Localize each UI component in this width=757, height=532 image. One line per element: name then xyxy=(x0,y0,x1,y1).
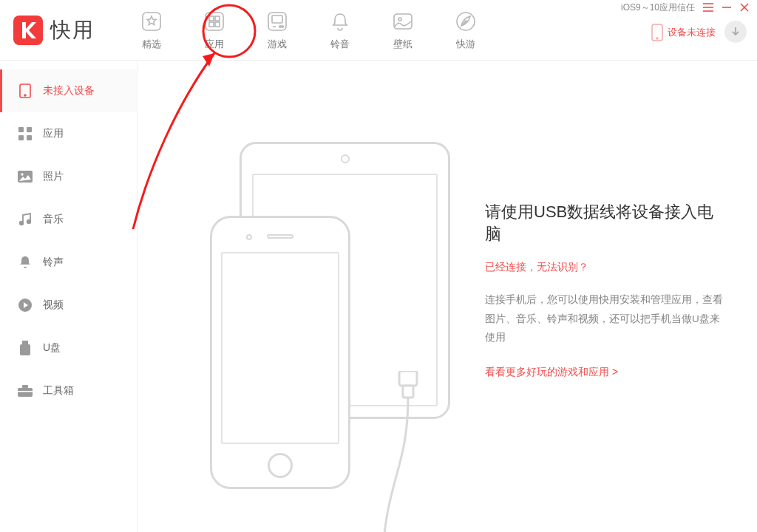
svg-rect-7 xyxy=(206,13,223,30)
svg-rect-10 xyxy=(209,22,214,27)
toolbox-icon xyxy=(18,383,33,398)
refresh-button[interactable] xyxy=(724,21,747,43)
sidebar-item-label: 工具箱 xyxy=(43,384,74,398)
sidebar-item-apps[interactable]: 应用 xyxy=(0,112,137,155)
main-headline: 请使用USB数据线将设备接入电脑 xyxy=(485,201,727,245)
svg-rect-13 xyxy=(272,16,282,23)
svg-point-31 xyxy=(20,222,24,225)
svg-rect-28 xyxy=(27,135,32,140)
apps-grid-icon xyxy=(203,10,226,33)
nav-quickplay[interactable]: 快游 xyxy=(434,10,497,51)
app-logo: 快用 xyxy=(13,16,95,45)
sidebar-item-label: 未接入设备 xyxy=(43,84,95,98)
gamepad-icon xyxy=(265,10,289,33)
app-name: 快用 xyxy=(50,16,95,44)
sidebar-item-photos[interactable]: 照片 xyxy=(0,155,137,198)
nav-ringtones[interactable]: 铃音 xyxy=(308,10,371,51)
svg-point-30 xyxy=(21,173,23,175)
sidebar-item-label: 视频 xyxy=(43,299,64,312)
logo-mark-icon xyxy=(13,16,43,45)
download-arrow-icon xyxy=(730,26,741,38)
music-note-icon xyxy=(18,212,33,227)
svg-rect-37 xyxy=(22,385,28,388)
top-nav: 精选 应用 游戏 xyxy=(120,10,497,51)
bell-icon xyxy=(328,10,352,33)
main-pane: 请使用USB数据线将设备接入电脑 已经连接，无法识别？ 连接手机后，您可以使用快… xyxy=(138,61,757,532)
image-icon xyxy=(391,10,415,33)
bell-small-icon xyxy=(18,255,33,270)
troubleshoot-link[interactable]: 已经连接，无法识别？ xyxy=(485,261,588,274)
photo-icon xyxy=(18,169,33,184)
svg-rect-8 xyxy=(209,16,214,21)
sidebar-item-label: 应用 xyxy=(43,127,64,140)
sidebar-item-music[interactable]: 音乐 xyxy=(0,198,137,241)
sidebar-item-label: 照片 xyxy=(43,170,64,183)
sidebar: 未接入设备 应用 照片 音乐 铃声 xyxy=(0,61,138,532)
svg-point-18 xyxy=(398,18,401,21)
nav-wallpaper[interactable]: 壁纸 xyxy=(371,10,434,51)
grid-icon xyxy=(18,126,33,141)
svg-point-21 xyxy=(656,38,658,39)
more-apps-link[interactable]: 看看更多好玩的游戏和应用 > xyxy=(485,366,618,379)
svg-rect-34 xyxy=(22,341,28,344)
feather-icon xyxy=(454,10,478,33)
nav-apps[interactable]: 应用 xyxy=(183,10,245,51)
svg-point-32 xyxy=(27,220,31,224)
svg-rect-11 xyxy=(215,22,220,27)
main-description: 连接手机后，您可以使用快用安装和管理应用，查看图片、音乐、铃声和视频，还可以把手… xyxy=(485,290,727,347)
sidebar-item-label: 铃声 xyxy=(43,256,64,269)
sidebar-item-udisk[interactable]: U盘 xyxy=(0,327,137,369)
nav-label: 铃音 xyxy=(330,38,350,51)
svg-rect-35 xyxy=(20,344,30,355)
device-illustration xyxy=(210,142,454,497)
nav-label: 精选 xyxy=(142,38,161,51)
svg-rect-17 xyxy=(394,14,412,29)
phone-icon xyxy=(18,83,33,98)
usb-drive-icon xyxy=(18,341,33,355)
app-header: 快用 精选 应用 xyxy=(0,0,757,61)
sidebar-item-ringtones[interactable]: 铃声 xyxy=(0,241,137,284)
nav-label: 游戏 xyxy=(268,38,287,51)
svg-rect-26 xyxy=(27,127,32,132)
phone-outline-icon xyxy=(210,216,350,489)
nav-games[interactable]: 游戏 xyxy=(245,10,308,51)
svg-rect-36 xyxy=(18,388,33,397)
sidebar-item-label: U盘 xyxy=(43,341,61,355)
sidebar-item-label: 音乐 xyxy=(43,213,64,226)
nav-label: 快游 xyxy=(456,38,475,51)
svg-point-16 xyxy=(281,25,283,27)
svg-rect-38 xyxy=(18,391,33,392)
phone-outline-icon xyxy=(651,24,663,41)
device-status-text: 设备未连接 xyxy=(668,26,716,39)
svg-rect-9 xyxy=(215,16,220,21)
svg-rect-25 xyxy=(18,127,24,132)
nav-featured[interactable]: 精选 xyxy=(120,10,183,51)
star-icon xyxy=(140,10,163,33)
nav-label: 壁纸 xyxy=(393,38,413,51)
device-status[interactable]: 设备未连接 xyxy=(651,24,716,41)
sidebar-item-no-device[interactable]: 未接入设备 xyxy=(0,69,137,112)
sidebar-item-toolbox[interactable]: 工具箱 xyxy=(0,369,137,412)
svg-rect-27 xyxy=(18,135,24,140)
sidebar-item-video[interactable]: 视频 xyxy=(0,284,137,327)
nav-label: 应用 xyxy=(205,38,224,51)
svg-point-24 xyxy=(24,95,26,96)
play-circle-icon xyxy=(18,298,33,313)
